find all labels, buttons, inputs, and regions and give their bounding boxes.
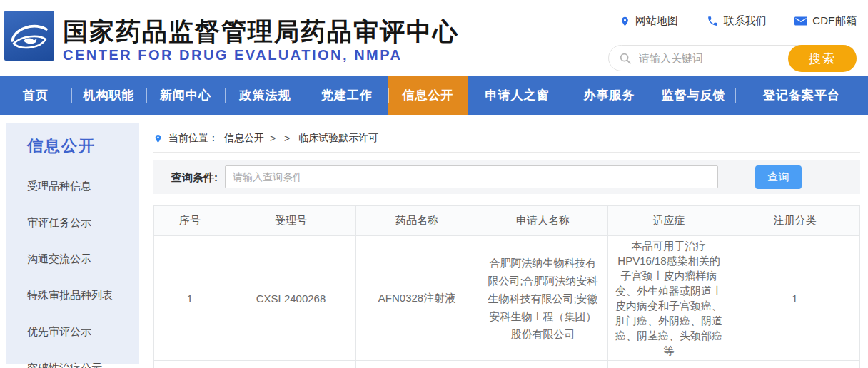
query-label: 查询条件: (171, 171, 218, 185)
nav-item-services[interactable]: 办事服务 (567, 76, 652, 115)
sitemap-link[interactable]: 网站地图 (620, 14, 678, 28)
column-header-acceptance-no: 受理号 (226, 206, 356, 236)
page: 国家药品监督管理局药品审评中心 CENTER FOR DRUG EVALUATI… (0, 0, 868, 368)
column-header-drug-name: 药品名称 (356, 206, 478, 236)
site-title: 国家药品监督管理局药品审评中心 (63, 15, 459, 48)
search-icon (619, 52, 632, 65)
envelope-icon (794, 16, 807, 26)
breadcrumb-pin-icon (153, 133, 163, 145)
cell-indication: 本品可用于治疗HPV16/18感染相关的子宫颈上皮内瘤样病变、外生殖器或阴道上皮… (608, 236, 730, 361)
site-search-button[interactable]: 搜索 (788, 45, 857, 72)
sidebar-item-review-tasks[interactable]: 审评任务公示 (27, 216, 139, 230)
nav-item-info-disclosure[interactable]: 信息公开 (388, 76, 468, 115)
cell-registration-class: 1 (730, 236, 860, 361)
contact-us-label: 联系我们 (724, 14, 767, 28)
results-table: 序号 受理号 药品名称 申请人名称 适应症 注册分类 1 CXSL2400268… (153, 205, 860, 368)
header-quick-links: 网站地图 联系我们 CDE邮箱 (620, 14, 857, 28)
nav-item-party-building[interactable]: 党建工作 (306, 76, 388, 115)
nav-item-org-functions[interactable]: 机构职能 (71, 76, 146, 115)
nav-item-home[interactable]: 首页 (0, 76, 71, 115)
main-content: 当前位置：信息公开 > > 临床试验默示许可 查询条件: 查询 序号 受理号 药… (153, 125, 860, 368)
nav-item-registration-platform[interactable]: 登记备案平台 (735, 76, 868, 115)
nav-item-news-center[interactable]: 新闻中心 (146, 76, 225, 115)
location-pin-icon (620, 15, 630, 28)
contact-us-link[interactable]: 联系我们 (707, 14, 767, 28)
query-button[interactable]: 查询 (755, 165, 802, 189)
breadcrumb: 当前位置：信息公开 > > 临床试验默示许可 (153, 125, 860, 153)
query-bar: 查询条件: 查询 (153, 160, 860, 194)
breadcrumb-section[interactable]: 信息公开 (224, 132, 264, 145)
table-row: 1 CXSL2400268 AFN0328注射液 合肥阿法纳生物科技有限公司;合… (154, 236, 860, 361)
cell-acceptance-no: CXSL2400268 (226, 236, 356, 361)
breadcrumb-separator: > > (270, 133, 293, 144)
sidebar-item-priority-review[interactable]: 优先审评公示 (27, 325, 139, 339)
site-subtitle: CENTER FOR DRUG EVALUATION, NMPA (63, 47, 403, 63)
table-header-row: 序号 受理号 药品名称 申请人名称 适应症 注册分类 (154, 206, 860, 236)
nav-item-policies[interactable]: 政策法规 (225, 76, 306, 115)
cde-mail-label: CDE邮箱 (812, 14, 857, 28)
phone-icon (707, 15, 719, 27)
sitemap-label: 网站地图 (635, 14, 678, 28)
sidebar-item-breakthrough-therapy[interactable]: 突破性治疗公示 (27, 362, 139, 368)
nav-item-applicant-window[interactable]: 申请人之窗 (468, 76, 567, 115)
cell-applicant: 合肥阿法纳生物科技有限公司;合肥阿法纳安科生物科技有限公司;安徽安科生物工程（集… (478, 236, 608, 361)
site-search-input[interactable] (639, 46, 782, 70)
table-row-partial (154, 361, 860, 368)
cde-mail-link[interactable]: CDE邮箱 (794, 14, 857, 28)
column-header-indication: 适应症 (608, 206, 730, 236)
nav-item-supervision-feedback[interactable]: 监督与反馈 (652, 76, 735, 115)
column-header-registration-class: 注册分类 (730, 206, 860, 236)
cell-seq: 1 (154, 236, 226, 361)
sidebar-item-special-approval[interactable]: 特殊审批品种列表 (27, 289, 139, 302)
breadcrumb-prefix: 当前位置： (168, 132, 218, 145)
cell-drug-name: AFN0328注射液 (356, 236, 478, 361)
cde-logo-icon (4, 11, 54, 61)
sidebar: 信息公开 受理品种信息 审评任务公示 沟通交流公示 特殊审批品种列表 优先审评公… (6, 123, 139, 364)
query-input[interactable] (225, 165, 718, 188)
column-header-applicant: 申请人名称 (478, 206, 608, 236)
sidebar-title: 信息公开 (27, 136, 139, 157)
main-nav: 首页 机构职能 新闻中心 政策法规 党建工作 信息公开 申请人之窗 办事服务 监… (0, 76, 868, 115)
sidebar-item-communication[interactable]: 沟通交流公示 (27, 252, 139, 266)
column-header-seq: 序号 (154, 206, 226, 236)
site-search: 搜索 (608, 45, 857, 71)
sidebar-item-accepted-varieties[interactable]: 受理品种信息 (27, 180, 139, 193)
cde-logo[interactable] (4, 11, 54, 61)
breadcrumb-current[interactable]: 临床试验默示许可 (298, 132, 378, 145)
